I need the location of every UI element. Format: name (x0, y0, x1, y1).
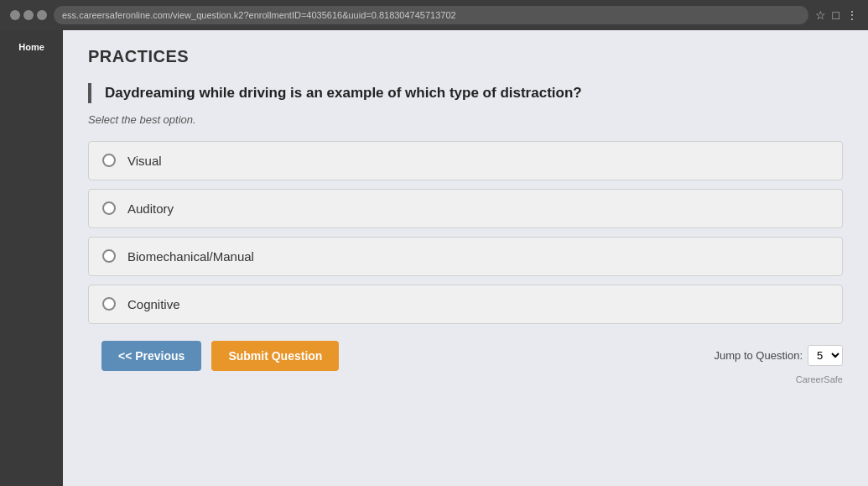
radio-biomechanical[interactable] (102, 249, 116, 263)
minimize-dot (10, 10, 20, 20)
option-auditory-label: Auditory (127, 201, 174, 216)
jump-select[interactable]: 5 1 2 3 4 (808, 345, 843, 366)
option-visual[interactable]: Visual (88, 141, 843, 180)
jump-to-question: Jump to Question: 5 1 2 3 4 (715, 345, 844, 366)
jump-label: Jump to Question: (715, 349, 803, 362)
bottom-nav: << Previous Submit Question Jump to Ques… (88, 341, 843, 371)
option-biomechanical[interactable]: Biomechanical/Manual (88, 237, 843, 276)
menu-icon[interactable]: ⋮ (846, 8, 858, 22)
content-area: PRACTICES Daydreaming while driving is a… (63, 30, 868, 486)
page-title: PRACTICES (88, 47, 843, 66)
star-icon[interactable]: ☆ (815, 8, 826, 22)
previous-button[interactable]: << Previous (101, 341, 201, 371)
footer-logo: CareerSafe (88, 374, 843, 384)
main-wrapper: Home PRACTICES Daydreaming while driving… (0, 30, 868, 486)
instruction-text: Select the best option. (88, 113, 843, 126)
sidebar: Home (0, 30, 63, 486)
submit-button[interactable]: Submit Question (211, 341, 339, 371)
maximize-dot (23, 10, 34, 20)
question-container: Daydreaming while driving is an example … (88, 83, 843, 384)
url-text: ess.careersaferonline.com/view_question.… (62, 10, 456, 20)
radio-cognitive[interactable] (102, 297, 116, 311)
radio-visual[interactable] (102, 154, 116, 167)
question-text: Daydreaming while driving is an example … (105, 83, 843, 103)
browser-window-controls (10, 10, 47, 20)
option-cognitive[interactable]: Cognitive (88, 285, 843, 324)
radio-auditory[interactable] (102, 201, 116, 215)
option-cognitive-label: Cognitive (127, 297, 180, 311)
browser-action-icons: ☆ □ ⋮ (815, 8, 858, 22)
option-auditory[interactable]: Auditory (88, 189, 843, 228)
sidebar-item-home[interactable]: Home (0, 30, 63, 64)
tab-icon[interactable]: □ (833, 8, 839, 22)
option-biomechanical-label: Biomechanical/Manual (127, 249, 254, 264)
option-visual-label: Visual (127, 154, 162, 168)
sidebar-home-label: Home (18, 42, 44, 52)
question-border: Daydreaming while driving is an example … (88, 83, 843, 103)
browser-chrome: ess.careersaferonline.com/view_question.… (0, 0, 868, 30)
options-list: Visual Auditory Biomechanical/Manual Cog… (88, 141, 843, 324)
close-dot (37, 10, 47, 20)
url-bar[interactable]: ess.careersaferonline.com/view_question.… (54, 6, 808, 24)
